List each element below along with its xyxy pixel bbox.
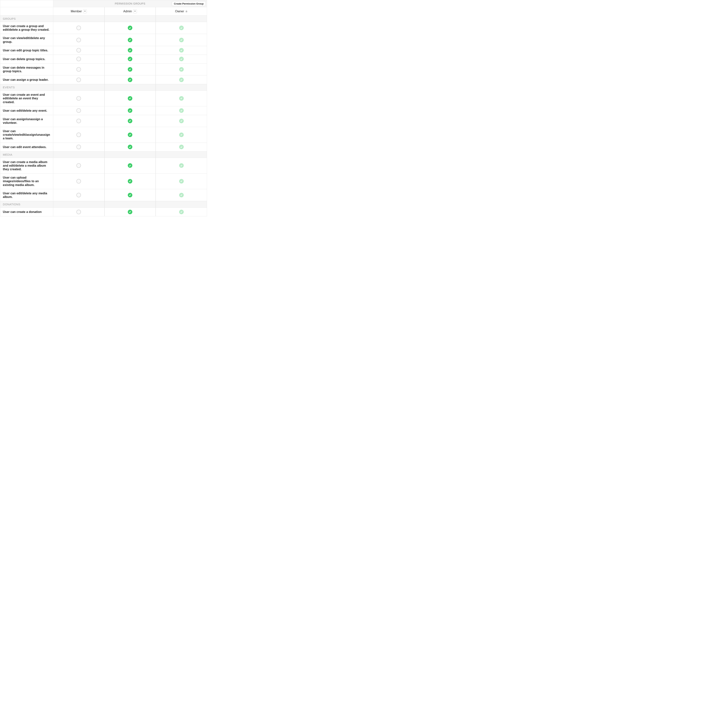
chevron-down-icon xyxy=(134,11,136,12)
permission-toggle-locked xyxy=(179,119,184,123)
permission-toggle-empty[interactable] xyxy=(76,179,81,184)
permission-toggle-locked xyxy=(179,210,184,214)
permission-toggle-empty[interactable] xyxy=(76,210,81,214)
permission-toggle-checked[interactable] xyxy=(128,145,132,149)
permission-label: User can view/edit/delete any group. xyxy=(0,34,53,46)
permission-toggle-empty[interactable] xyxy=(76,133,81,137)
permission-toggle-checked[interactable] xyxy=(128,108,132,113)
permission-cell xyxy=(156,34,207,46)
permission-toggle-checked[interactable] xyxy=(128,48,132,52)
permission-cell xyxy=(156,143,207,151)
permission-toggle-empty[interactable] xyxy=(76,163,81,168)
permission-toggle-checked[interactable] xyxy=(128,193,132,197)
permission-label: User can edit/delete any event. xyxy=(0,106,53,115)
section-header-cell xyxy=(156,84,207,90)
permission-toggle-locked xyxy=(179,108,184,113)
section-header: GROUPS xyxy=(0,15,53,22)
section-header-cell xyxy=(104,201,156,208)
permission-cell xyxy=(53,208,104,216)
section-header: EVENTS xyxy=(0,84,53,90)
section-header-cell xyxy=(156,151,207,158)
column-header-label: Member xyxy=(71,10,82,13)
section-header-cell xyxy=(156,15,207,22)
svg-rect-0 xyxy=(186,11,187,12)
permission-toggle-empty[interactable] xyxy=(76,108,81,113)
permission-toggle-checked[interactable] xyxy=(128,38,132,42)
permission-cell xyxy=(104,158,156,174)
permission-toggle-empty[interactable] xyxy=(76,145,81,149)
column-header-admin: Admin xyxy=(104,7,156,15)
permission-label: User can assign a group leader. xyxy=(0,75,53,84)
permission-label: User can create a media album and edit/d… xyxy=(0,158,53,174)
permission-toggle-empty[interactable] xyxy=(76,48,81,52)
permission-cell xyxy=(104,127,156,143)
permission-toggle-empty[interactable] xyxy=(76,26,81,30)
permission-toggle-checked[interactable] xyxy=(128,26,132,30)
permission-cell xyxy=(104,106,156,115)
permission-cell xyxy=(156,90,207,106)
column-header-member: Member xyxy=(53,7,104,15)
permission-toggle-empty[interactable] xyxy=(76,119,81,123)
permission-cell xyxy=(156,173,207,189)
permission-toggle-locked xyxy=(179,48,184,52)
permission-toggle-checked[interactable] xyxy=(128,133,132,137)
blank-top-left xyxy=(0,0,53,7)
permission-cell xyxy=(104,90,156,106)
permission-toggle-empty[interactable] xyxy=(76,96,81,101)
column-dropdown-button[interactable] xyxy=(133,9,137,13)
permission-toggle-empty[interactable] xyxy=(76,67,81,72)
permission-cell xyxy=(53,173,104,189)
permission-toggle-checked[interactable] xyxy=(128,163,132,168)
permission-toggle-checked[interactable] xyxy=(128,96,132,101)
permission-toggle-locked xyxy=(179,78,184,82)
permission-cell xyxy=(156,106,207,115)
permission-cell xyxy=(156,75,207,84)
permission-toggle-empty[interactable] xyxy=(76,193,81,197)
permission-toggle-checked[interactable] xyxy=(128,179,132,184)
lock-icon xyxy=(185,10,188,12)
column-header-owner: Owner xyxy=(156,7,207,15)
permission-toggle-locked xyxy=(179,163,184,168)
create-permission-group-button[interactable]: Create Permission Group xyxy=(172,2,206,6)
column-header-label: Owner xyxy=(175,10,184,13)
permission-cell xyxy=(104,189,156,201)
permission-toggle-checked[interactable] xyxy=(128,210,132,214)
permission-toggle-locked xyxy=(179,193,184,197)
permission-toggle-checked[interactable] xyxy=(128,67,132,72)
permission-toggle-checked[interactable] xyxy=(128,57,132,61)
permission-toggle-checked[interactable] xyxy=(128,78,132,82)
permission-cell xyxy=(156,208,207,216)
permission-groups-title: PERMISSION GROUPS xyxy=(115,2,145,5)
permission-cell xyxy=(53,143,104,151)
column-dropdown-button[interactable] xyxy=(83,9,87,13)
permission-label: User can create/view/edit/assign/unassig… xyxy=(0,127,53,143)
permission-toggle-locked xyxy=(179,145,184,149)
permission-toggle-empty[interactable] xyxy=(76,38,81,42)
permission-cell xyxy=(104,75,156,84)
permission-cell xyxy=(104,64,156,75)
permission-toggle-empty[interactable] xyxy=(76,57,81,61)
permission-label: User can create an event and edit/delete… xyxy=(0,90,53,106)
permission-cell xyxy=(53,46,104,55)
permission-cell xyxy=(104,55,156,64)
permission-label: User can delete messages in group topics… xyxy=(0,64,53,75)
column-header-label: Admin xyxy=(123,10,132,13)
permission-cell xyxy=(53,34,104,46)
permission-label: User can edit/delete any media album. xyxy=(0,189,53,201)
section-header-cell xyxy=(53,201,104,208)
permission-cell xyxy=(156,22,207,34)
permission-cell xyxy=(53,22,104,34)
permission-label: User can edit event attendees. xyxy=(0,143,53,151)
permission-cell xyxy=(156,127,207,143)
blank-header-left xyxy=(0,7,53,15)
section-header-cell xyxy=(53,15,104,22)
permission-toggle-checked[interactable] xyxy=(128,119,132,123)
permission-cell xyxy=(53,64,104,75)
permission-toggle-empty[interactable] xyxy=(76,78,81,82)
permission-cell xyxy=(53,158,104,174)
permission-cell xyxy=(104,22,156,34)
section-header-cell xyxy=(156,201,207,208)
chevron-down-icon xyxy=(84,11,86,12)
section-header-cell xyxy=(104,84,156,90)
permission-cell xyxy=(104,173,156,189)
